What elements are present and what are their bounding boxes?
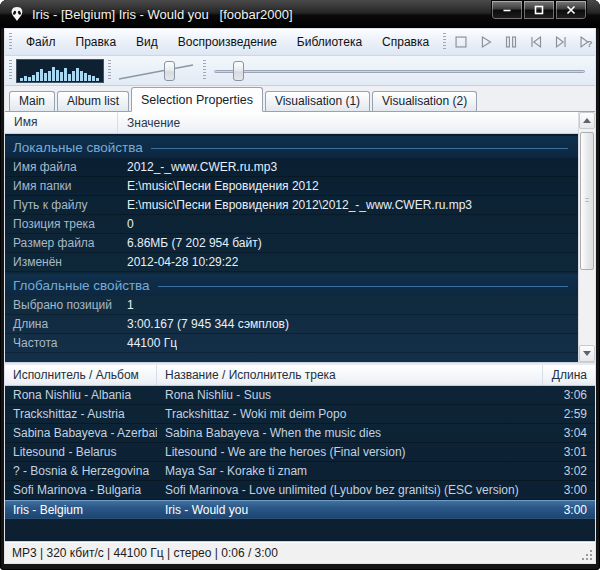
toolbar-grip[interactable]	[443, 33, 446, 51]
playlist-row[interactable]: Trackshittaz - AustriaTrackshittaz - Wok…	[5, 405, 595, 424]
spectrum-bar	[92, 76, 95, 81]
playlist-row[interactable]: Rona Nishliu - AlbaniaRona Nishliu - Suu…	[5, 386, 595, 405]
toolbar-grip[interactable]	[108, 60, 111, 80]
menu-item-2[interactable]: Вид	[126, 29, 168, 55]
playlist-row[interactable]: Sofi Marinova - BulgariaSofi Marinova - …	[5, 481, 595, 500]
playlist-cell-length: 2:59	[543, 407, 595, 421]
menu-item-5[interactable]: Справка	[372, 29, 439, 55]
playlist-row[interactable]: Sabina Babayeva - AzerbaijanSabina Babay…	[5, 424, 595, 443]
volume-slider-thumb[interactable]	[164, 61, 175, 81]
spectrum-bar	[84, 73, 87, 81]
properties-section-header: Локальные свойства	[5, 136, 578, 158]
playlist-cell-length: 3:02	[543, 464, 595, 478]
toolbar-grip[interactable]	[9, 33, 12, 51]
playlist-column-title[interactable]: Название / Исполнитель трека	[157, 365, 543, 385]
toolbar-grip[interactable]	[203, 60, 206, 80]
minimize-button[interactable]	[491, 0, 523, 20]
spectrum-bar	[52, 67, 55, 81]
menu-item-1[interactable]: Правка	[66, 29, 127, 55]
property-value: 44100 Гц	[119, 336, 177, 350]
property-row[interactable]: Путь к файлуE:\music\Песни Евровидения 2…	[5, 196, 578, 215]
property-value: 1	[119, 298, 134, 312]
spectrum-bar	[96, 78, 99, 81]
menu-item-3[interactable]: Воспроизведение	[168, 29, 287, 55]
properties-column-value[interactable]: Значение	[118, 116, 180, 130]
tab-main[interactable]: Main	[9, 91, 55, 111]
spectrum-bar	[76, 68, 79, 81]
status-text: MP3 | 320 кбит/с | 44100 Гц | стерео | 0…	[5, 546, 278, 560]
scroll-down-button[interactable]	[579, 345, 595, 362]
property-row[interactable]: Имя папкиE:\music\Песни Евровидения 2012	[5, 177, 578, 196]
play-button[interactable]	[475, 31, 497, 53]
playlist-column-header[interactable]: Исполнитель / Альбом Название / Исполнит…	[5, 365, 595, 386]
arrow-down-icon	[583, 351, 591, 356]
maximize-button[interactable]	[523, 0, 555, 20]
property-row[interactable]: Размер файла6.86МБ (7 202 954 байт)	[5, 234, 578, 253]
spectrum-bar	[80, 71, 83, 81]
property-name: Длина	[5, 317, 119, 331]
property-row[interactable]: Длина3:00.167 (7 945 344 сэмплов)	[5, 315, 578, 334]
playlist-cell-title: Sofi Marinova - Love unlimited (Lyubov b…	[157, 483, 543, 497]
properties-scrollbar[interactable]	[578, 112, 595, 362]
window-title: Iris - [Belgium] Iris - Would you [fooba…	[32, 7, 293, 22]
playlist-cell-length: 3:06	[543, 388, 595, 402]
playlist-cell-artist-album: Rona Nishliu - Albania	[5, 388, 157, 402]
playlist-cell-artist-album: Sabina Babayeva - Azerbaijan	[5, 426, 157, 440]
playlist-cell-title: Iris - Would you	[157, 503, 543, 517]
title-bar[interactable]: Iris - [Belgium] Iris - Would you [fooba…	[0, 0, 600, 28]
menu-item-4[interactable]: Библиотека	[287, 29, 372, 55]
playlist-cell-title: Litesound - We are the heroes (Final ver…	[157, 445, 543, 459]
spectrum-bar	[36, 72, 39, 81]
property-row[interactable]: Позиция трека0	[5, 215, 578, 234]
properties-column-header[interactable]: Имя Значение	[5, 112, 578, 134]
property-value: 6.86МБ (7 202 954 байт)	[119, 236, 262, 250]
properties-column-name[interactable]: Имя	[5, 112, 118, 133]
properties-list: Локальные свойстваИмя файла2012_-_www.CW…	[5, 134, 578, 362]
playback-toolbar: ?	[450, 31, 596, 53]
property-row[interactable]: Имя файла2012_-_www.CWER.ru.mp3	[5, 158, 578, 177]
section-title: Локальные свойства	[13, 140, 143, 155]
property-value: E:\music\Песни Евровидения 2012\2012_-_w…	[119, 198, 472, 212]
previous-track-button[interactable]	[525, 31, 547, 53]
pause-button[interactable]	[500, 31, 522, 53]
foobar2000-icon	[9, 6, 25, 22]
menu-item-0[interactable]: Файл	[16, 29, 66, 55]
property-row[interactable]: Изменён2012-04-28 10:29:22	[5, 253, 578, 272]
close-button[interactable]	[555, 0, 587, 20]
tab-album-list[interactable]: Album list	[57, 91, 129, 111]
tab-visualisation-1-[interactable]: Visualisation (1)	[265, 91, 370, 111]
tab-visualisation-2-[interactable]: Visualisation (2)	[372, 91, 477, 111]
next-icon	[552, 33, 570, 51]
stop-button[interactable]	[450, 31, 472, 53]
property-row[interactable]: Частота44100 Гц	[5, 334, 578, 353]
playlist-column-artist-album[interactable]: Исполнитель / Альбом	[5, 365, 157, 385]
seek-groove	[214, 70, 585, 73]
playlist-cell-artist-album: Trackshittaz - Austria	[5, 407, 157, 421]
seek-bar[interactable]	[210, 58, 587, 84]
playlist-row[interactable]: ? - Bosnia & HerzegovinaMaya Sar - Korak…	[5, 462, 595, 481]
previous-icon	[527, 33, 545, 51]
spectrum-bar	[56, 70, 59, 81]
seek-slider-thumb[interactable]	[233, 61, 244, 81]
playlist-row[interactable]: Litesound - BelarusLitesound - We are th…	[5, 443, 595, 462]
spectrum-visualizer[interactable]	[16, 59, 104, 83]
random-track-button[interactable]: ?	[575, 31, 596, 53]
section-rule	[158, 286, 568, 287]
toolbar-grip[interactable]	[9, 60, 12, 80]
property-name: Позиция трека	[5, 217, 119, 231]
playlist-row[interactable]: Iris - BelgiumIris - Would you3:00	[5, 500, 595, 519]
property-name: Имя папки	[5, 179, 119, 193]
resize-grip[interactable]	[581, 549, 593, 561]
property-value: 2012-04-28 10:29:22	[119, 255, 238, 269]
section-rule	[151, 148, 568, 149]
tab-selection-properties[interactable]: Selection Properties	[131, 87, 263, 112]
scrollbar-thumb[interactable]	[580, 132, 594, 270]
next-track-button[interactable]	[550, 31, 572, 53]
playlist-column-length[interactable]: Длина	[543, 368, 595, 382]
playlist: Rona Nishliu - AlbaniaRona Nishliu - Suu…	[5, 386, 595, 541]
scroll-up-button[interactable]	[579, 112, 595, 129]
scrollbar-track[interactable]	[579, 129, 595, 345]
playlist-cell-length: 3:01	[543, 445, 595, 459]
volume-slider[interactable]	[115, 58, 199, 84]
property-row[interactable]: Выбрано позиций1	[5, 296, 578, 315]
